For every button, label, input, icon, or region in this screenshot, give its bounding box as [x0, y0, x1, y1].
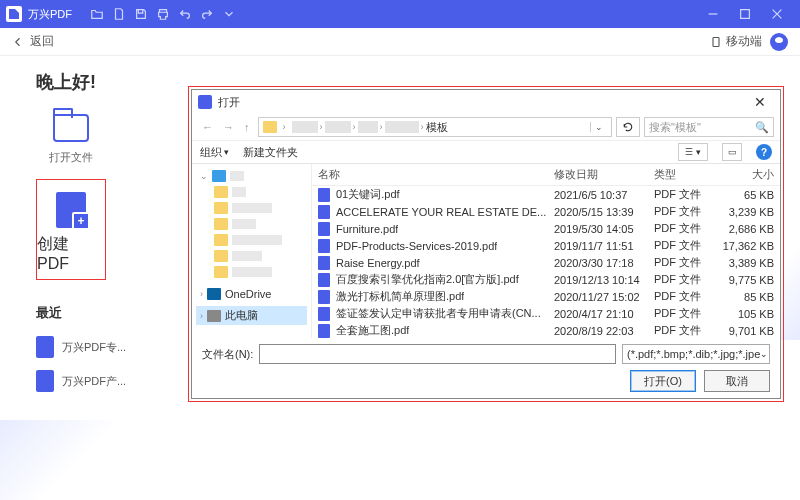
- svg-rect-0: [713, 37, 719, 46]
- nav-up-icon[interactable]: ↑: [240, 121, 254, 133]
- nav-item[interactable]: [196, 200, 307, 216]
- file-list: 01关键词.pdf2021/6/5 10:37PDF 文件65 KBACCELE…: [312, 186, 780, 338]
- open-file-label: 打开文件: [49, 150, 93, 165]
- view-mode-button[interactable]: ☰ ▾: [678, 143, 708, 161]
- pdf-file-icon: [318, 290, 330, 304]
- cancel-button[interactable]: 取消: [704, 370, 770, 392]
- file-list-header: 名称 修改日期 类型 大小: [312, 164, 780, 186]
- pdf-file-icon: [318, 324, 330, 338]
- nav-back-icon[interactable]: ←: [198, 121, 217, 133]
- new-folder-button[interactable]: 新建文件夹: [243, 145, 298, 160]
- pdf-file-icon: [318, 239, 330, 253]
- nav-item[interactable]: [196, 232, 307, 248]
- app-name: 万兴PDF: [28, 7, 72, 22]
- dialog-app-icon: [198, 95, 212, 109]
- nav-item[interactable]: [196, 216, 307, 232]
- path-folder-icon: [263, 121, 277, 133]
- back-label: 返回: [30, 33, 54, 50]
- back-button[interactable]: 返回: [12, 33, 54, 50]
- pdf-file-icon: [318, 188, 330, 202]
- pdf-file-icon: [318, 256, 330, 270]
- col-type[interactable]: 类型: [654, 167, 710, 182]
- path-row: ← → ↑ › › › › › 模板 ⌄ 搜索"模板": [192, 114, 780, 140]
- search-icon: 🔍: [755, 121, 769, 134]
- filename-label: 文件名(N):: [202, 347, 253, 362]
- app-titlebar: 万兴PDF: [0, 0, 800, 28]
- pdf-file-icon: [318, 307, 330, 321]
- file-type-filter[interactable]: (*.pdf;*.bmp;*.dib;*.jpg;*.jpe⌄: [622, 344, 770, 364]
- dialog-toolbar: 组织▾ 新建文件夹 ☰ ▾ ▭ ?: [192, 140, 780, 164]
- breadcrumb: › › › › 模板: [292, 120, 585, 135]
- file-row[interactable]: 激光打标机简单原理图.pdf2020/11/27 15:02PDF 文件85 K…: [312, 288, 780, 305]
- maximize-icon[interactable]: [734, 3, 756, 25]
- pdf-file-icon: [318, 273, 330, 287]
- dialog-close-icon[interactable]: ✕: [746, 92, 774, 112]
- close-icon[interactable]: [766, 3, 788, 25]
- more-icon[interactable]: [218, 3, 240, 25]
- file-row[interactable]: 签证签发认定申请获批者专用申请表(CN...2020/4/17 21:10PDF…: [312, 305, 780, 322]
- nav-pane: ⌄ ›OneDrive ›此电脑: [192, 164, 312, 338]
- path-box[interactable]: › › › › › 模板 ⌄: [258, 117, 613, 137]
- file-row[interactable]: 全套施工图.pdf2020/8/19 22:03PDF 文件9,701 KB: [312, 322, 780, 338]
- pdf-file-icon: [318, 222, 330, 236]
- path-dropdown-icon[interactable]: ⌄: [590, 122, 607, 132]
- nav-onedrive[interactable]: ›OneDrive: [196, 286, 307, 302]
- nav-item[interactable]: [196, 264, 307, 280]
- preview-pane-button[interactable]: ▭: [722, 143, 742, 161]
- breadcrumb-last[interactable]: 模板: [426, 120, 448, 135]
- document-plus-icon: [56, 192, 86, 228]
- help-icon[interactable]: ?: [756, 144, 772, 160]
- file-row[interactable]: PDF-Products-Services-2019.pdf2019/11/7 …: [312, 237, 780, 254]
- print-icon[interactable]: [152, 3, 174, 25]
- open-button[interactable]: 打开(O): [630, 370, 696, 392]
- save-icon[interactable]: [130, 3, 152, 25]
- avatar[interactable]: [770, 33, 788, 51]
- col-name[interactable]: 名称: [318, 167, 554, 182]
- nav-quick-access[interactable]: ⌄: [196, 168, 307, 184]
- organize-menu[interactable]: 组织▾: [200, 145, 229, 160]
- create-pdf-tile[interactable]: 创建 PDF: [36, 179, 106, 280]
- file-open-dialog: 打开 ✕ ← → ↑ › › › › › 模板 ⌄: [191, 89, 781, 399]
- nav-item[interactable]: [196, 184, 307, 200]
- undo-icon[interactable]: [174, 3, 196, 25]
- redo-icon[interactable]: [196, 3, 218, 25]
- col-size[interactable]: 大小: [710, 167, 774, 182]
- pdf-file-icon: [318, 205, 330, 219]
- refresh-button[interactable]: [616, 117, 640, 137]
- app-logo-icon: [6, 6, 22, 22]
- dialog-footer: 文件名(N): (*.pdf;*.bmp;*.dib;*.jpg;*.jpe⌄ …: [192, 338, 780, 398]
- dialog-titlebar: 打开 ✕: [192, 90, 780, 114]
- mobile-link[interactable]: 移动端: [710, 33, 762, 50]
- dialog-highlight: 打开 ✕ ← → ↑ › › › › › 模板 ⌄: [188, 86, 784, 402]
- file-row[interactable]: 百度搜索引擎优化指南2.0[官方版].pdf2019/12/13 10:14PD…: [312, 271, 780, 288]
- file-row[interactable]: 01关键词.pdf2021/6/5 10:37PDF 文件65 KB: [312, 186, 780, 203]
- pdf-file-icon: [36, 370, 54, 392]
- file-row[interactable]: ACCELERATE YOUR REAL ESTATE DE...2020/5/…: [312, 203, 780, 220]
- file-row[interactable]: Raise Energy.pdf2020/3/30 17:18PDF 文件3,3…: [312, 254, 780, 271]
- minimize-icon[interactable]: [702, 3, 724, 25]
- col-date[interactable]: 修改日期: [554, 167, 654, 182]
- mobile-label: 移动端: [726, 33, 762, 50]
- nav-this-pc[interactable]: ›此电脑: [196, 306, 307, 325]
- search-placeholder: 搜索"模板": [649, 120, 701, 135]
- create-pdf-label: 创建 PDF: [37, 234, 105, 273]
- folder-icon: [53, 114, 89, 142]
- decor-corner: [0, 420, 120, 500]
- nav-fwd-icon[interactable]: →: [219, 121, 238, 133]
- pdf-file-icon: [36, 336, 54, 358]
- open-file-tile[interactable]: 打开文件: [36, 112, 106, 165]
- dialog-title: 打开: [218, 95, 240, 110]
- search-input[interactable]: 搜索"模板" 🔍: [644, 117, 774, 137]
- subbar: 返回 移动端: [0, 28, 800, 56]
- filename-input[interactable]: [259, 344, 616, 364]
- folder-open-icon[interactable]: [86, 3, 108, 25]
- nav-item[interactable]: [196, 248, 307, 264]
- file-pane: 名称 修改日期 类型 大小 01关键词.pdf2021/6/5 10:37PDF…: [312, 164, 780, 338]
- file-row[interactable]: Furniture.pdf2019/5/30 14:05PDF 文件2,686 …: [312, 220, 780, 237]
- file-icon[interactable]: [108, 3, 130, 25]
